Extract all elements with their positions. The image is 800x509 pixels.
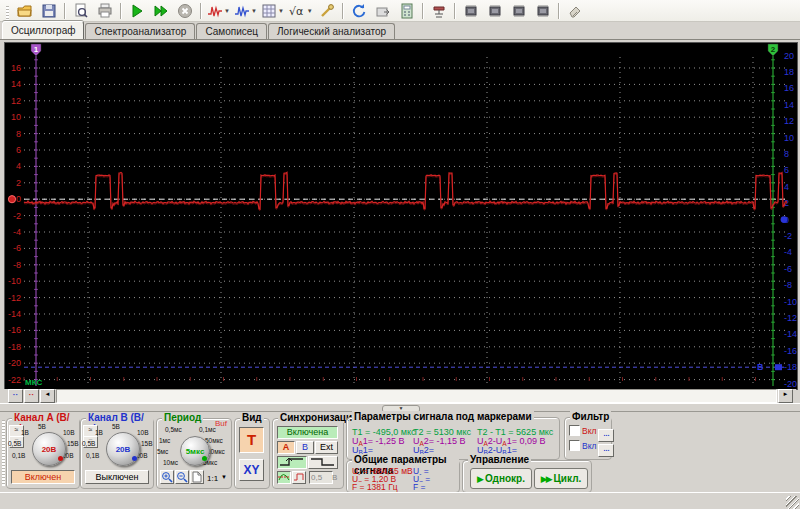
dropdown-arrow-icon[interactable]: ▼ bbox=[278, 8, 284, 14]
print-preview-button[interactable] bbox=[69, 0, 93, 22]
device-setup-button[interactable] bbox=[427, 0, 451, 22]
right-axis-tick-label: -16 bbox=[784, 346, 797, 356]
probe-button[interactable] bbox=[315, 0, 339, 22]
new-page-button[interactable] bbox=[190, 470, 204, 484]
filter-title: Фильтр bbox=[570, 411, 611, 422]
scroll-track[interactable] bbox=[56, 389, 777, 403]
clear-button[interactable] bbox=[563, 0, 587, 22]
export-button[interactable] bbox=[371, 0, 395, 22]
sync-rising-edge-button[interactable] bbox=[277, 456, 307, 469]
scroll-right-button[interactable]: ► bbox=[778, 389, 793, 403]
single-run-button[interactable]: ▶Однокр. bbox=[470, 468, 532, 489]
play-icon: ▶ bbox=[477, 474, 482, 484]
channel-a-power-button[interactable]: Включен bbox=[11, 470, 75, 484]
start-continuous-button[interactable] bbox=[149, 0, 173, 22]
channel-b-sensitivity-knob[interactable]: 5В1В0,5В0,1В10В15В20В20В bbox=[81, 423, 153, 469]
toolbar-separator bbox=[200, 3, 202, 19]
control-group: Управление ▶Однокр. ▶▶Цикл. bbox=[462, 460, 592, 493]
panel-grip[interactable] bbox=[2, 420, 5, 486]
memory-bank-3-button[interactable] bbox=[507, 0, 531, 22]
dropdown-arrow-icon[interactable]: ▼ bbox=[251, 8, 257, 14]
channel-b-trace-menu[interactable]: ▼ bbox=[232, 0, 259, 22]
sync-source-b-button[interactable]: B bbox=[296, 441, 314, 454]
marker-1-quick-button[interactable]: ·· bbox=[8, 389, 23, 403]
memory-bank-4-button[interactable] bbox=[531, 0, 555, 22]
tab-1[interactable]: Осциллограф bbox=[2, 21, 84, 39]
channel-b-zero-marker[interactable] bbox=[781, 216, 788, 223]
start-button[interactable] bbox=[125, 0, 149, 22]
scroll-left-button[interactable]: ◄ bbox=[40, 389, 55, 403]
tab-2[interactable]: Спектроанализатор bbox=[85, 23, 195, 39]
channel-a-trace-menu[interactable]: ▼ bbox=[205, 0, 232, 22]
dropdown-arrow-icon[interactable]: ▼ bbox=[307, 8, 313, 14]
channel-b-level-marker[interactable] bbox=[775, 364, 782, 370]
toolbar-grip[interactable] bbox=[6, 6, 9, 22]
memory-bank-1-button[interactable] bbox=[459, 0, 483, 22]
math-functions-menu[interactable]: √α▼ bbox=[286, 0, 315, 22]
knob-scale-label: 15В bbox=[141, 440, 153, 447]
right-axis-tick-label: 16 bbox=[784, 83, 794, 93]
right-axis-tick-label: -6 bbox=[784, 264, 792, 274]
channel-a-group: Канал A (В/э) ≈ = 5В1В0,5В0,1В10В15В20В2… bbox=[6, 418, 80, 489]
sync-source-ext-button[interactable]: Ext bbox=[315, 441, 338, 454]
right-axis-tick-label: -8 bbox=[784, 280, 792, 290]
general-param-a-value: F = 1381 Гц bbox=[352, 482, 398, 492]
filter-checkbox[interactable] bbox=[569, 425, 580, 436]
knob-scale-label: 5В bbox=[38, 423, 46, 430]
right-axis-tick-label: -18 bbox=[784, 362, 797, 372]
view-time-button[interactable]: T bbox=[239, 427, 264, 453]
open-file-button[interactable] bbox=[13, 0, 37, 22]
zoom-out-button[interactable] bbox=[175, 470, 189, 484]
cycle-run-button[interactable]: ▶▶Цикл. bbox=[534, 468, 588, 489]
left-axis-tick-label: -12 bbox=[8, 293, 21, 303]
knob-scale-label: 1мс bbox=[159, 437, 170, 444]
sync-source-a-button[interactable]: A bbox=[277, 441, 295, 454]
scope-page: 1614121086420-2-4-6-8-10-12-14-16-18-20-… bbox=[0, 39, 800, 403]
resize-grip[interactable] bbox=[786, 496, 799, 509]
left-axis-tick-label: 10 bbox=[11, 112, 21, 122]
oscilloscope-display: 1614121086420-2-4-6-8-10-12-14-16-18-20-… bbox=[4, 42, 798, 390]
knob-dial[interactable]: 20В bbox=[32, 432, 66, 466]
tab-4[interactable]: Логический анализатор bbox=[268, 23, 395, 39]
memory-bank-2-button[interactable] bbox=[483, 0, 507, 22]
left-axis-tick-label: -8 bbox=[13, 260, 21, 270]
left-axis-tick-label: 8 bbox=[16, 129, 21, 139]
stop-button[interactable] bbox=[173, 0, 197, 22]
right-axis-tick-label: 8 bbox=[784, 149, 789, 159]
channel-b-power-button[interactable]: Выключен bbox=[85, 470, 149, 484]
knob-pointer bbox=[202, 456, 207, 461]
print-button[interactable] bbox=[93, 0, 117, 22]
period-knob[interactable]: 0,5мс0,1мс1мс50мкс5мс10мкс10мс5мкс5мкс bbox=[157, 423, 229, 469]
tab-3[interactable]: Самописец bbox=[196, 23, 267, 39]
data-table-menu[interactable]: ▼ bbox=[259, 0, 286, 22]
zoom-scale-dropdown[interactable]: ▼ bbox=[221, 474, 227, 480]
sync-falling-edge-button[interactable] bbox=[308, 456, 338, 469]
channel-a-zero-marker[interactable] bbox=[8, 196, 15, 203]
filter-settings-button[interactable]: ... bbox=[598, 444, 614, 457]
main-toolbar: ▼▼▼√α▼ bbox=[0, 0, 800, 22]
period-title: Период bbox=[162, 412, 203, 423]
sync-level-mode-button[interactable] bbox=[277, 471, 291, 484]
sync-enabled-button[interactable]: Включена bbox=[277, 426, 338, 439]
filter-checkbox[interactable] bbox=[569, 440, 580, 451]
marker-2-quick-button[interactable]: ·· bbox=[24, 389, 39, 403]
sync-pulse-mode-button[interactable] bbox=[292, 471, 306, 484]
status-bar bbox=[0, 492, 800, 509]
knob-dial[interactable]: 20В bbox=[106, 432, 140, 466]
channel-a-sensitivity-knob[interactable]: 5В1В0,5В0,1В10В15В20В20В bbox=[7, 423, 79, 469]
zoom-out-icon bbox=[176, 471, 188, 483]
calculator-button[interactable] bbox=[395, 0, 419, 22]
save-file-button[interactable] bbox=[37, 0, 61, 22]
zoom-in-button[interactable] bbox=[160, 470, 174, 484]
filter-label: Вкл bbox=[582, 441, 596, 451]
knob-dial[interactable]: 5мкс bbox=[180, 436, 210, 466]
sync-level-input[interactable] bbox=[309, 471, 333, 484]
refresh-button[interactable] bbox=[347, 0, 371, 22]
toolbar-separator bbox=[120, 3, 122, 19]
general-params-group: Общие параметры сигнала U- = -684,55 мВU… bbox=[346, 460, 460, 493]
knob-pointer bbox=[132, 456, 137, 461]
dropdown-arrow-icon[interactable]: ▼ bbox=[224, 8, 230, 14]
oscilloscope-app-window: ▼▼▼√α▼ ОсциллографСпектроанализаторСамоп… bbox=[0, 0, 800, 509]
rising-edge-icon bbox=[279, 457, 305, 467]
view-xy-button[interactable]: XY bbox=[239, 459, 264, 481]
